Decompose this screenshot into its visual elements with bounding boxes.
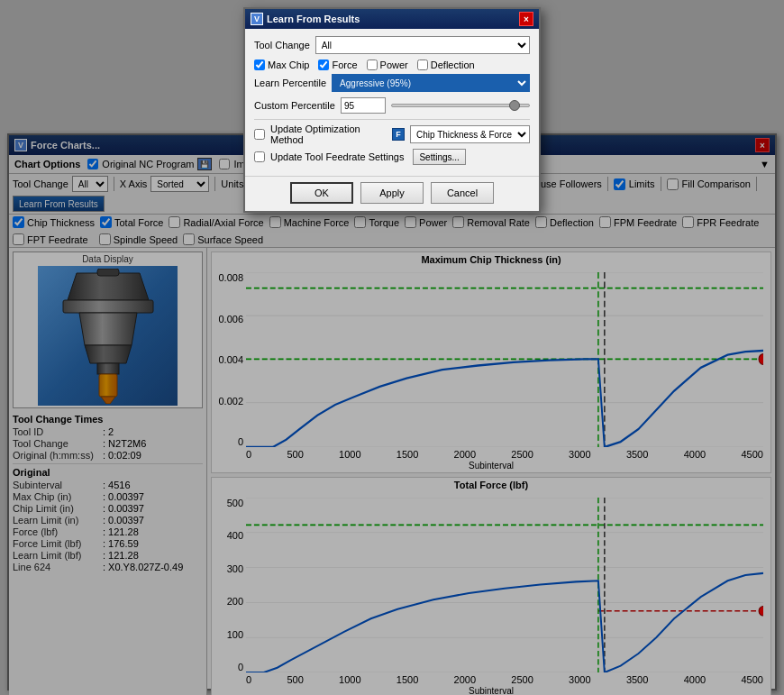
modal-learn-percentile-label: Learn Percentile <box>254 78 326 88</box>
f-icon: F <box>392 128 405 141</box>
modal-maxchip-label: Max Chip <box>268 59 309 70</box>
modal-maxchip-check: Max Chip <box>254 59 309 70</box>
modal-tool-change-select[interactable]: All <box>315 36 530 54</box>
modal-body: Tool Change All Max Chip Force Power Def… <box>245 29 539 176</box>
modal-title: Learn From Results <box>267 14 360 24</box>
modal-update-feed-label: Update Tool Feedrate Settings <box>270 151 404 162</box>
modal-tool-change-row: Tool Change All <box>254 36 530 54</box>
modal-checkboxes: Max Chip Force Power Deflection <box>254 59 530 70</box>
modal-deflection-label: Deflection <box>431 59 475 70</box>
modal-force-label: Force <box>332 59 357 70</box>
slider-track[interactable] <box>391 104 530 107</box>
modal-footer: OK Apply Cancel <box>245 176 539 211</box>
modal-title-icon: V <box>251 13 263 25</box>
modal-deflection-checkbox[interactable] <box>417 59 428 70</box>
modal-cancel-button[interactable]: Cancel <box>431 182 494 204</box>
modal-update-opt-checkbox[interactable] <box>254 129 265 140</box>
modal-custom-percentile-label: Custom Percentile <box>254 100 335 111</box>
modal-update-opt-row: Update Optimization Method F Chip Thickn… <box>254 123 530 145</box>
modal-update-opt-label: Update Optimization Method <box>270 123 387 145</box>
modal-title-left: V Learn From Results <box>251 13 360 25</box>
modal-titlebar: V Learn From Results × <box>245 9 539 29</box>
modal-tool-change-label: Tool Change <box>254 40 310 50</box>
modal-force-check: Force <box>318 59 357 70</box>
slider-thumb[interactable] <box>509 100 520 111</box>
modal-apply-button[interactable]: Apply <box>360 182 424 204</box>
modal-settings-button[interactable]: Settings... <box>413 149 465 165</box>
modal-custom-percentile-input[interactable] <box>341 97 386 114</box>
modal-power-check: Power <box>367 59 408 70</box>
modal-deflection-check: Deflection <box>417 59 475 70</box>
learn-from-results-dialog: V Learn From Results × Tool Change All M… <box>243 7 541 213</box>
modal-custom-percentile-row: Custom Percentile <box>254 97 530 114</box>
modal-learn-percentile-row: Learn Percentile Aggressive (95%) <box>254 74 530 92</box>
modal-close-button[interactable]: × <box>519 12 533 26</box>
modal-chip-force-select[interactable]: Chip Thickness & Force <box>410 125 530 143</box>
modal-force-checkbox[interactable] <box>318 59 329 70</box>
modal-ok-button[interactable]: OK <box>290 182 353 204</box>
modal-divider-1 <box>254 119 530 120</box>
modal-power-checkbox[interactable] <box>367 59 378 70</box>
modal-learn-percentile-select[interactable]: Aggressive (95%) <box>332 74 530 92</box>
modal-maxchip-checkbox[interactable] <box>254 59 265 70</box>
modal-update-feed-row: Update Tool Feedrate Settings Settings..… <box>254 149 530 165</box>
modal-power-label: Power <box>380 59 408 70</box>
modal-update-feed-checkbox[interactable] <box>254 151 265 162</box>
